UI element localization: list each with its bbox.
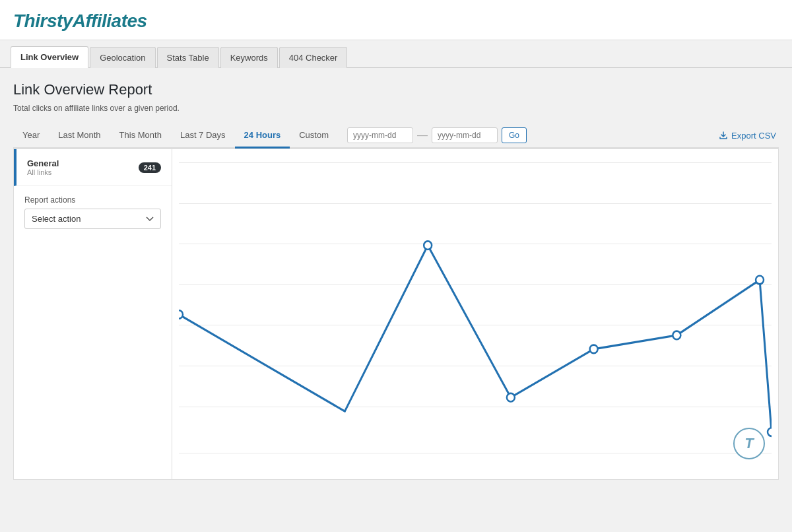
custom-date-range: — Go — [338, 123, 536, 147]
chart-point-7 — [768, 428, 772, 436]
sidebar-general-item[interactable]: General All links 241 — [14, 149, 172, 186]
sidebar-item-text: General All links — [27, 158, 59, 176]
date-separator: — — [417, 129, 428, 141]
report-actions: Report actions Select action Export PDF … — [14, 186, 172, 238]
page-subtitle: Total clicks on affiliate links over a g… — [13, 104, 779, 113]
start-date-input[interactable] — [347, 127, 413, 143]
sidebar-item-name: General — [27, 158, 59, 168]
chart-container: T — [179, 162, 772, 466]
page-title: Link Overview Report — [13, 81, 779, 98]
select-action-dropdown[interactable]: Select action Export PDF Export CSV Prin… — [24, 209, 161, 229]
period-tab-this-month[interactable]: This Month — [110, 123, 171, 149]
ta-watermark: T — [733, 428, 765, 459]
sidebar-item-badge: 241 — [139, 162, 161, 173]
tab-stats-table[interactable]: Stats Table — [157, 47, 219, 68]
export-csv-label: Export CSV — [731, 131, 776, 141]
tab-link-overview[interactable]: Link Overview — [11, 46, 88, 68]
watermark-letter: T — [744, 435, 753, 452]
period-tab-year[interactable]: Year — [13, 123, 49, 149]
period-tabs: Year Last Month This Month Last 7 Days 2… — [13, 123, 536, 147]
tab-geolocation[interactable]: Geolocation — [90, 47, 155, 68]
app-title: ThirstyAffiliates — [13, 11, 147, 31]
period-tab-last-7-days[interactable]: Last 7 Days — [171, 123, 235, 149]
period-bar: Year Last Month This Month Last 7 Days 2… — [13, 123, 779, 149]
chart-point-5 — [673, 331, 680, 340]
export-icon — [719, 131, 728, 140]
chart-point-1 — [179, 310, 183, 319]
chart-line — [179, 246, 772, 432]
report-actions-label: Report actions — [24, 195, 161, 205]
tab-404-checker[interactable]: 404 Checker — [279, 47, 348, 68]
chart-area: T — [172, 149, 778, 479]
period-tab-last-month[interactable]: Last Month — [49, 123, 110, 149]
grid-line-8 — [179, 453, 772, 453]
end-date-input[interactable] — [432, 127, 498, 143]
chart-point-2 — [424, 241, 432, 249]
period-tab-custom[interactable]: Custom — [290, 123, 338, 149]
go-button[interactable]: Go — [502, 127, 527, 143]
chart-svg — [179, 162, 772, 453]
export-csv-button[interactable]: Export CSV — [716, 124, 779, 147]
period-tab-24-hours[interactable]: 24 Hours — [235, 123, 290, 149]
main-content: Link Overview Report Total clicks on aff… — [0, 68, 792, 480]
sidebar-item-sub: All links — [27, 168, 59, 176]
content-area: General All links 241 Report actions Sel… — [13, 149, 779, 480]
chart-point-3 — [507, 393, 515, 402]
header: ThirstyAffiliates — [0, 0, 792, 40]
sidebar: General All links 241 Report actions Sel… — [14, 149, 172, 479]
tab-keywords[interactable]: Keywords — [220, 47, 278, 68]
tab-bar: Link Overview Geolocation Stats Table Ke… — [0, 46, 792, 68]
chart-point-4 — [590, 345, 598, 354]
chart-point-6 — [756, 276, 764, 284]
